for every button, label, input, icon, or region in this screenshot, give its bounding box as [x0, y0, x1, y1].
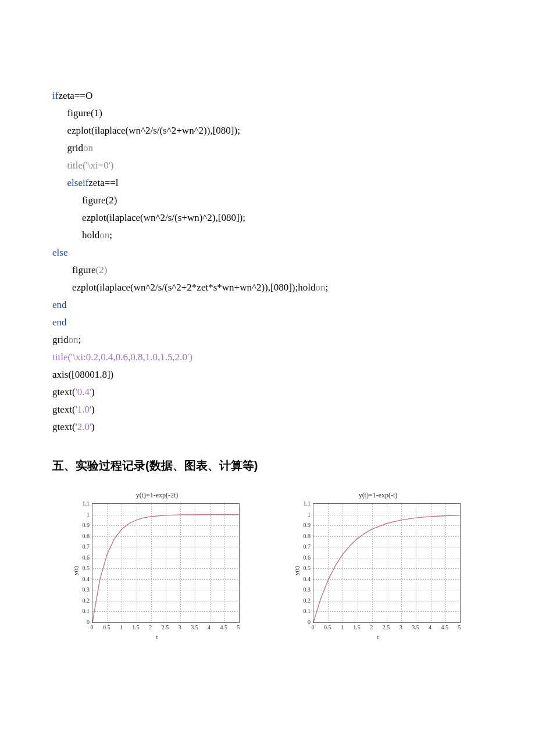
y-axis-label: y(t): [72, 566, 79, 575]
x-tick: 2.5: [383, 624, 390, 630]
code-text: ): [110, 160, 114, 171]
x-tick: 1.5: [132, 624, 140, 630]
code-text: ezplot(ilaplace(wn^2/s/(s^2+2*zet*s*wn+w…: [72, 282, 315, 293]
y-tick: 0: [72, 619, 90, 625]
code-text: ): [91, 421, 95, 432]
code-text: ;: [78, 334, 81, 345]
x-tick: 2: [149, 624, 152, 630]
code-text: ezplot(ilaplace(wn^2/s/(s^2+wn^2)),[080]…: [67, 125, 240, 136]
x-tick: 0: [91, 624, 94, 630]
y-tick: 0.6: [72, 554, 90, 560]
chart-title: y(t)=1-exp(-2t): [136, 491, 179, 500]
x-tick: 3.5: [412, 624, 419, 630]
code-text: figure: [72, 264, 96, 275]
x-tick: 2.5: [162, 624, 169, 630]
code-str: '\xi=0': [86, 160, 110, 171]
curve: [313, 515, 460, 622]
y-tick: 0.4: [72, 575, 90, 582]
curve: [92, 515, 239, 622]
kw-else: else: [52, 247, 67, 258]
kw-end: end: [52, 317, 67, 328]
y-tick: 0.7: [293, 543, 311, 550]
code-text: gtext(: [52, 421, 76, 432]
code-str: '0.4': [76, 386, 91, 397]
x-tick: 3.5: [191, 624, 198, 630]
code-block: ifzeta==O figure(1) ezplot(ilaplace(wn^2…: [52, 70, 483, 436]
chart-body: 00.511.522.533.544.5500.10.20.30.40.50.6…: [291, 501, 465, 640]
chart-left: y(t)=1-exp(-2t) 00.511.522.533.544.5500.…: [70, 491, 244, 640]
y-tick: 0.8: [72, 532, 90, 539]
y-tick: 0.9: [72, 522, 90, 528]
code-text: (2): [96, 264, 108, 275]
kw-on: on: [315, 282, 325, 293]
code-title: title(: [52, 352, 71, 363]
code-text: ): [91, 386, 95, 397]
y-tick: 0.2: [293, 597, 311, 603]
code-text: zeta==O: [58, 90, 92, 101]
code-text: gtext(: [52, 386, 76, 397]
charts-row: y(t)=1-exp(-2t) 00.511.522.533.544.5500.…: [52, 491, 483, 640]
x-tick: 4.5: [220, 624, 228, 630]
code-title: title(: [67, 160, 86, 171]
x-tick: 4: [208, 624, 211, 630]
kw-if: if: [52, 90, 58, 101]
x-tick: 0: [312, 624, 315, 630]
code-text: ;: [325, 282, 328, 293]
kw-on: on: [68, 334, 78, 345]
x-tick: 0.5: [103, 624, 110, 630]
code-text: figure(2): [82, 195, 117, 206]
y-tick: 0.9: [293, 522, 311, 528]
y-tick: 0.1: [293, 608, 311, 614]
y-tick: 0.3: [72, 586, 90, 593]
x-tick: 2: [370, 624, 373, 630]
code-text: zeta==l: [88, 177, 118, 188]
code-str: '2.0': [76, 421, 91, 432]
code-text: axis([08001.8]): [52, 369, 113, 380]
x-tick: 5: [458, 624, 461, 630]
y-tick: 0.1: [72, 608, 90, 614]
kw-on: on: [99, 230, 109, 241]
code-text: grid: [67, 142, 83, 153]
y-tick: 1: [72, 511, 90, 517]
y-axis-label: y(t): [293, 566, 300, 575]
x-tick: 1.5: [353, 624, 361, 630]
y-tick: 0.8: [293, 532, 311, 539]
kw-on: on: [83, 142, 93, 153]
code-text: gtext(: [52, 404, 76, 415]
section-heading: 五、实验过程记录(数据、图表、计算等): [52, 458, 483, 474]
x-tick: 0.5: [324, 624, 331, 630]
kw-elseif: elseif: [67, 177, 89, 188]
code-text: grid: [52, 334, 68, 345]
y-tick: 1.1: [72, 500, 90, 507]
code-text: figure(1): [67, 108, 102, 119]
code-text: ): [91, 404, 95, 415]
y-tick: 1: [293, 511, 311, 517]
code-text: ezplot(ilaplace(wn^2/s/(s+wn)^2),[080]);: [82, 212, 245, 223]
x-tick: 5: [237, 624, 240, 630]
chart-title: y(t)=1-exp(-t): [359, 491, 398, 500]
x-tick: 3: [179, 624, 181, 630]
y-tick: 0.6: [293, 554, 311, 560]
x-axis-label: t: [377, 633, 379, 640]
plot-area: [313, 503, 461, 623]
code-text: ): [189, 352, 192, 363]
x-tick: 1: [341, 624, 344, 630]
y-tick: 0.4: [293, 575, 311, 582]
code-text: hold: [82, 230, 99, 241]
x-tick: 4: [429, 624, 431, 630]
code-str: '\xi:0.2,0.4,0.6,0.8,1.0,1.5,2.0': [71, 352, 189, 363]
x-axis-label: t: [156, 633, 158, 640]
x-tick: 3: [400, 624, 402, 630]
plot-area: [92, 503, 240, 623]
y-tick: 1.1: [293, 500, 311, 507]
code-str: '1.0': [76, 404, 91, 415]
x-tick: 1: [120, 624, 123, 630]
code-text: ;: [109, 230, 112, 241]
y-tick: 0.7: [72, 543, 90, 550]
chart-right: y(t)=1-exp(-t) 00.511.522.533.544.5500.1…: [291, 491, 465, 640]
y-tick: 0.2: [72, 597, 90, 603]
chart-body: 00.511.522.533.544.5500.10.20.30.40.50.6…: [70, 501, 244, 640]
kw-end: end: [52, 299, 67, 310]
y-tick: 0: [293, 619, 311, 625]
x-tick: 4.5: [441, 624, 449, 630]
